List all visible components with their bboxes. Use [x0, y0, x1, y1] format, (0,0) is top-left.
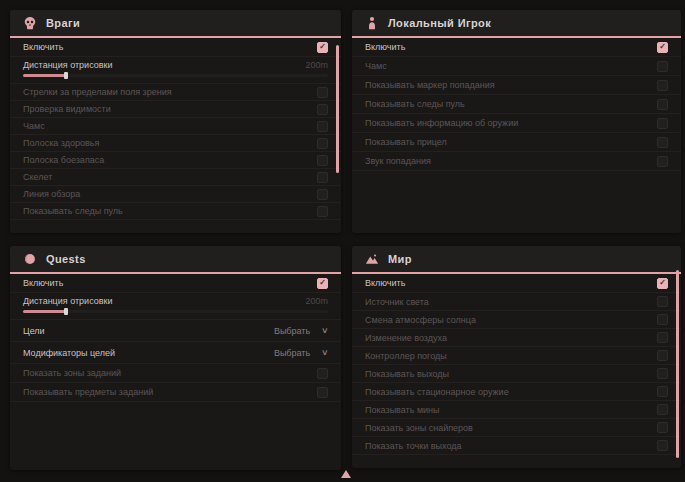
check-icon: ✓: [319, 279, 326, 287]
dropdown[interactable]: Выбрать ∨: [274, 348, 328, 358]
option-row[interactable]: Линия обзора: [10, 186, 341, 203]
option-row[interactable]: Показывать прицел: [352, 133, 681, 152]
option-label: Показывать маркер попадания: [365, 80, 495, 90]
panel-world-header[interactable]: Мир: [352, 246, 681, 274]
option-label: Показывать прицел: [365, 137, 447, 147]
slider-fill: [23, 310, 66, 313]
dropdown-value: Выбрать: [274, 348, 310, 358]
option-row-enable[interactable]: Включить ✓: [352, 274, 681, 293]
checkbox[interactable]: ✓: [657, 278, 668, 289]
panel-enemies-header[interactable]: Враги: [10, 10, 341, 38]
checkbox[interactable]: ✓: [317, 278, 328, 289]
option-row[interactable]: Источник света: [352, 293, 681, 311]
checkbox[interactable]: [657, 137, 668, 148]
cursor-marker: [341, 470, 351, 478]
checkbox[interactable]: [317, 121, 328, 132]
option-label: Показывать следы пуль: [365, 99, 465, 109]
slider-track[interactable]: [23, 74, 328, 77]
option-row[interactable]: Звук попадания: [352, 152, 681, 171]
checkbox[interactable]: [317, 387, 328, 398]
checkbox[interactable]: [657, 61, 668, 72]
option-label: Включить: [365, 278, 405, 288]
checkbox[interactable]: [317, 138, 328, 149]
option-label: Включить: [23, 42, 63, 52]
panel-quests-header[interactable]: Quests: [10, 246, 341, 274]
checkbox[interactable]: [317, 104, 328, 115]
option-label: Включить: [23, 278, 63, 288]
checkbox[interactable]: [657, 350, 668, 361]
mountain-icon: [365, 252, 379, 266]
option-label: Показывать стационарное оружие: [365, 387, 509, 397]
option-row[interactable]: Показывать следы пуль: [352, 95, 681, 114]
option-row[interactable]: Полоска здоровья: [10, 135, 341, 152]
checkbox[interactable]: [657, 99, 668, 110]
option-row-enable[interactable]: Включить ✓: [10, 38, 341, 57]
option-row[interactable]: Показывать информацию об оружии: [352, 114, 681, 133]
checkbox[interactable]: [657, 80, 668, 91]
option-label: Показывать выходы: [365, 369, 449, 379]
option-row[interactable]: Смена атмосферы солнца: [352, 311, 681, 329]
option-row[interactable]: Показать точки выхода: [352, 437, 681, 455]
slider-handle[interactable]: [64, 72, 68, 79]
checkbox[interactable]: [657, 440, 668, 451]
checkbox[interactable]: [657, 422, 668, 433]
panel-local-player-header[interactable]: Локальный Игрок: [352, 10, 681, 38]
panel-quests: Quests Включить ✓ Дистанция отрисовки 20…: [10, 246, 341, 470]
checkbox[interactable]: [317, 155, 328, 166]
option-label: Изменение воздуха: [365, 333, 447, 343]
checkbox[interactable]: ✓: [317, 42, 328, 53]
slider-label: Дистанция отрисовки: [23, 60, 113, 70]
select-label: Модификаторы целей: [23, 348, 115, 358]
slider-handle[interactable]: [64, 308, 68, 315]
option-row[interactable]: Показывать предметы заданий: [10, 383, 341, 402]
checkbox[interactable]: [317, 172, 328, 183]
chevron-down-icon: ∨: [321, 348, 329, 357]
slider-label: Дистанция отрисовки: [23, 296, 113, 306]
checkbox[interactable]: [657, 386, 668, 397]
option-row[interactable]: Показывать маркер попадания: [352, 76, 681, 95]
checkbox[interactable]: ✓: [657, 42, 668, 53]
scrollbar[interactable]: [336, 45, 339, 173]
scrollbar[interactable]: [676, 270, 679, 458]
option-row[interactable]: Проверка видимости: [10, 101, 341, 118]
option-row-enable[interactable]: Включить ✓: [352, 38, 681, 57]
checkbox[interactable]: [657, 296, 668, 307]
option-label: Источник света: [365, 297, 429, 307]
checkbox[interactable]: [317, 189, 328, 200]
checkbox[interactable]: [317, 368, 328, 379]
option-label: Показывать мины: [365, 405, 440, 415]
option-label: Стрелки за пределами поля зрения: [23, 87, 172, 97]
checkbox[interactable]: [657, 314, 668, 325]
select-row-targets[interactable]: Цели Выбрать ∨: [10, 320, 341, 342]
option-label: Проверка видимости: [23, 104, 111, 114]
option-row[interactable]: Контроллер погоды: [352, 347, 681, 365]
option-label: Включить: [365, 42, 405, 52]
option-label: Полоска боезапаса: [23, 155, 104, 165]
checkbox[interactable]: [657, 332, 668, 343]
option-row[interactable]: Полоска боезапаса: [10, 152, 341, 169]
checkbox[interactable]: [317, 206, 328, 217]
chevron-down-icon: ∨: [321, 326, 329, 335]
option-row[interactable]: Чамс: [352, 57, 681, 76]
option-row[interactable]: Показать зоны снайперов: [352, 419, 681, 437]
option-row[interactable]: Показывать выходы: [352, 365, 681, 383]
option-row[interactable]: Стрелки за пределами поля зрения: [10, 84, 341, 101]
option-row-enable[interactable]: Включить ✓: [10, 274, 341, 293]
dropdown[interactable]: Выбрать ∨: [274, 326, 328, 336]
option-row[interactable]: Показывать следы пуль: [10, 203, 341, 220]
checkbox[interactable]: [317, 87, 328, 98]
checkbox[interactable]: [657, 118, 668, 129]
select-row-target-modifiers[interactable]: Модификаторы целей Выбрать ∨: [10, 342, 341, 364]
option-row[interactable]: Скелет: [10, 169, 341, 186]
checkbox[interactable]: [657, 368, 668, 379]
checkbox[interactable]: [657, 156, 668, 167]
option-row[interactable]: Показывать мины: [352, 401, 681, 419]
slider-track[interactable]: [23, 310, 328, 313]
option-row[interactable]: Показывать стационарное оружие: [352, 383, 681, 401]
option-row[interactable]: Чамс: [10, 118, 341, 135]
option-row[interactable]: Показать зоны заданий: [10, 364, 341, 383]
slider-value: 200m: [305, 60, 328, 70]
option-row[interactable]: Изменение воздуха: [352, 329, 681, 347]
checkbox[interactable]: [657, 404, 668, 415]
check-icon: ✓: [659, 279, 666, 287]
